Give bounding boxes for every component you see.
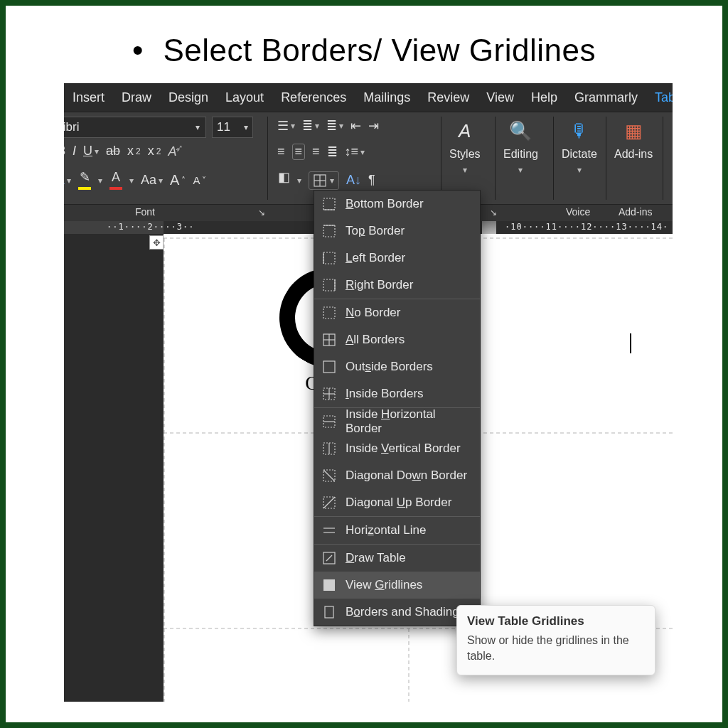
tooltip-body: Show or hide the gridlines in the table.: [467, 633, 645, 663]
mi-top-border[interactable]: Top Border: [314, 218, 480, 245]
bold-button[interactable]: 3: [64, 144, 65, 159]
svg-rect-10: [323, 225, 335, 237]
mi-bottom-border[interactable]: Bottom Border: [314, 191, 480, 218]
italic-button[interactable]: I: [73, 144, 76, 159]
multilevel-list-button[interactable]: ≣▾: [326, 118, 343, 134]
view-gridlines-icon: [323, 579, 336, 592]
text-cursor: [630, 333, 631, 353]
inside-borders-icon: [323, 387, 336, 400]
underline-button[interactable]: U▾: [83, 144, 99, 159]
line-spacing-button[interactable]: ↕≡▾: [345, 144, 365, 159]
all-borders-icon: [323, 333, 336, 346]
mi-diagonal-up-border[interactable]: Diagonal Up Border: [314, 489, 480, 516]
tab-references[interactable]: References: [272, 83, 355, 112]
bullet: •: [132, 33, 143, 68]
mi-inside-horizontal-border[interactable]: Inside Horizontal Border: [314, 408, 480, 435]
font-name-select[interactable]: libri▾: [64, 117, 206, 138]
addins-button[interactable]: ▦ Add-ins: [614, 117, 653, 204]
group-addins-label: Add-ins: [619, 206, 652, 218]
numbering-button[interactable]: ≣▾: [302, 118, 319, 134]
svg-line-35: [326, 555, 332, 561]
group-font-label: Font: [135, 206, 155, 218]
inside-v-border-icon: [323, 442, 336, 455]
margin-marker-icon[interactable]: [482, 221, 496, 234]
tab-view[interactable]: View: [478, 83, 523, 112]
left-border-icon: [323, 252, 336, 264]
editing-button[interactable]: 🔍 Editing ▾: [503, 117, 538, 204]
align-left-button[interactable]: ≡: [277, 144, 285, 159]
highlight-color-button[interactable]: ✎: [78, 171, 91, 190]
top-border-icon: [323, 225, 336, 237]
diag-up-icon: [323, 496, 336, 509]
tab-design[interactable]: Design: [160, 83, 217, 112]
bullets-button[interactable]: ☰▾: [277, 118, 295, 134]
mi-right-border[interactable]: Right Border: [314, 272, 480, 299]
diag-down-icon: [323, 469, 336, 482]
mi-all-borders[interactable]: All Borders: [314, 326, 480, 353]
clear-formatting-button[interactable]: [168, 144, 183, 159]
inside-h-border-icon: [323, 415, 336, 428]
mi-draw-table[interactable]: Draw Table: [314, 545, 480, 572]
svg-rect-8: [323, 198, 335, 210]
sort-button[interactable]: A↓: [346, 173, 361, 188]
horizontal-line-icon: [323, 524, 336, 537]
text-effects-button[interactable]: A▾: [64, 173, 71, 188]
svg-rect-20: [323, 361, 335, 373]
change-case-button[interactable]: Aa▾: [141, 173, 163, 188]
mi-inside-borders[interactable]: Inside Borders: [314, 380, 480, 407]
align-right-button[interactable]: ≡: [312, 144, 320, 159]
svg-line-29: [323, 470, 335, 481]
superscript-button[interactable]: x2: [148, 144, 161, 159]
no-border-icon: [323, 306, 336, 319]
ruler-right-ticks: ·10····11····12····13····14·: [505, 222, 668, 232]
tooltip-title: View Table Gridlines: [467, 614, 645, 628]
subscript-button[interactable]: x2: [127, 144, 141, 159]
increase-indent-button[interactable]: ⇥: [368, 118, 379, 134]
bottom-border-icon: [323, 198, 336, 210]
right-border-icon: [323, 279, 336, 291]
font-dialog-launcher[interactable]: ↘: [256, 207, 267, 218]
mi-horizontal-line[interactable]: Horizontal Line: [314, 517, 480, 544]
shrink-font-button[interactable]: A˅: [193, 174, 206, 186]
tab-help[interactable]: Help: [523, 83, 566, 112]
borders-shading-icon: [323, 606, 336, 619]
shading-button[interactable]: ◧: [277, 171, 290, 190]
font-color-button[interactable]: A: [109, 171, 122, 190]
strikethrough-button[interactable]: ab: [106, 144, 120, 159]
paragraph-dialog-launcher[interactable]: ↘: [488, 207, 499, 218]
tab-draw[interactable]: Draw: [113, 83, 160, 112]
view-gridlines-tooltip: View Table Gridlines Show or hide the gr…: [456, 605, 655, 675]
mi-no-border[interactable]: No Border: [314, 299, 480, 326]
mi-borders-and-shading[interactable]: Borders and Shading...: [314, 599, 480, 626]
svg-line-31: [323, 497, 335, 508]
ruler-left-ticks: ··1····2····3··: [107, 222, 194, 232]
dictate-button[interactable]: 🎙 Dictate ▾: [562, 117, 597, 204]
font-size-select[interactable]: 11▾: [212, 117, 253, 138]
mi-view-gridlines[interactable]: View Gridlines: [314, 572, 480, 599]
grow-font-button[interactable]: A˄: [170, 172, 186, 188]
borders-button[interactable]: ▾: [309, 171, 339, 190]
tab-layout[interactable]: Layout: [217, 83, 272, 112]
tab-review[interactable]: Review: [419, 83, 478, 112]
instruction-heading: • Select Borders/ View Gridlines: [16, 33, 712, 68]
tab-grammarly[interactable]: Grammarly: [566, 83, 646, 112]
show-paragraph-marks-button[interactable]: ¶: [368, 173, 375, 188]
mi-outside-borders[interactable]: Outside Borders: [314, 353, 480, 380]
mi-diagonal-down-border[interactable]: Diagonal Down Border: [314, 462, 480, 489]
justify-button[interactable]: ≣: [327, 144, 338, 160]
table-move-handle[interactable]: ✥: [149, 235, 164, 250]
tab-mailings[interactable]: Mailings: [355, 83, 419, 112]
mi-left-border[interactable]: Left Border: [314, 245, 480, 272]
tab-insert[interactable]: Insert: [64, 83, 113, 112]
group-voice-label: Voice: [566, 206, 590, 218]
tab-table-design[interactable]: Table: [646, 83, 673, 112]
decrease-indent-button[interactable]: ⇤: [350, 118, 361, 134]
word-screenshot: Insert Draw Design Layout References Mai…: [64, 83, 673, 702]
svg-rect-41: [325, 606, 333, 618]
align-center-button[interactable]: ≡: [292, 144, 306, 160]
svg-rect-36: [323, 579, 335, 591]
svg-rect-14: [323, 279, 335, 291]
draw-table-icon: [323, 552, 336, 564]
svg-rect-16: [323, 307, 335, 318]
mi-inside-vertical-border[interactable]: Inside Vertical Border: [314, 435, 480, 462]
